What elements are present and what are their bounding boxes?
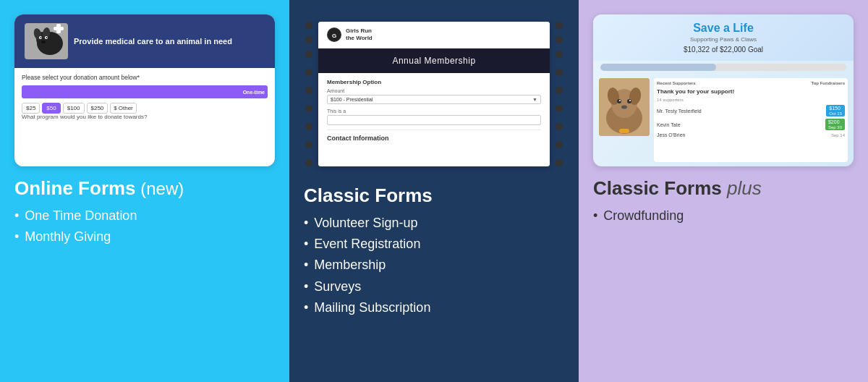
one-time-bar: One-time	[22, 85, 268, 98]
feature-label: Crowdfunding	[603, 208, 684, 224]
supporters-panel: Recent Supporters Top Fundraisers Thank …	[654, 78, 848, 162]
org-name: Girls Run the World	[346, 27, 373, 41]
preview-header: Provide medical care to an animal in nee…	[14, 14, 275, 68]
svg-point-21	[619, 100, 621, 101]
dot	[556, 87, 563, 94]
dot	[556, 22, 563, 29]
classic-feature-list: • Volunteer Sign-up • Event Registration…	[304, 215, 564, 321]
plus-subtitle: Supporting Paws & Claws	[603, 36, 843, 43]
feature-label: One Time Donation	[25, 208, 137, 224]
svg-point-20	[627, 99, 631, 103]
this-is-input[interactable]	[327, 115, 541, 125]
supporter-date: Sep 14	[831, 133, 845, 137]
plus-preview-header: Save a Life Supporting Paws & Claws $10,…	[593, 14, 854, 61]
list-item: • Surveys	[304, 279, 564, 295]
feature-label: Event Registration	[314, 236, 420, 252]
dot	[305, 22, 312, 29]
bullet-icon: •	[14, 208, 19, 224]
supporter-amount: $200 Sep 30	[825, 119, 845, 130]
svg-point-8	[46, 37, 48, 38]
dot	[556, 69, 563, 76]
other-label: Other	[119, 105, 133, 111]
other-input[interactable]: $ Other	[110, 103, 136, 114]
supporter-row: Jess O'Brien Sep 14	[657, 132, 845, 137]
supporter-count: 14 supporters	[657, 98, 845, 102]
amount-input[interactable]: $100 - Presidential ▼	[327, 95, 541, 104]
feature-label: Mailing Subscription	[314, 300, 430, 316]
amount-label: Amount	[327, 88, 541, 93]
donation-bar-container: One-time	[22, 85, 268, 98]
heading-bold: Classic Forms	[304, 184, 433, 206]
amount-50[interactable]: $50	[42, 103, 60, 114]
bullet-icon: •	[304, 236, 308, 252]
supporter-amount: $150 Oct 15	[826, 105, 845, 116]
dot	[305, 159, 312, 166]
preview-subtext: Please select your donation amount below…	[22, 74, 268, 81]
contact-label: Contact Information	[327, 135, 541, 142]
dollar-sign: $	[114, 105, 116, 111]
bullet-icon: •	[304, 279, 308, 295]
supporter-name: Jess O'Brien	[657, 132, 685, 137]
online-forms-preview: Provide medical care to an animal in nee…	[14, 14, 275, 166]
dot	[556, 105, 563, 112]
supporter-name: Mr. Testy Testerfield	[657, 109, 702, 114]
amount-25[interactable]: $25	[22, 103, 40, 114]
thank-you-text: Thank you for your support!	[657, 88, 845, 95]
svg-point-22	[629, 100, 631, 101]
amount-100[interactable]: $100	[63, 103, 85, 114]
dot	[305, 141, 312, 148]
plus-goal: $10,322 of $22,000 Goal	[603, 46, 843, 54]
dot	[305, 87, 312, 94]
bullet-icon: •	[14, 229, 19, 245]
preview-question: What program would you like to donate to…	[22, 114, 268, 120]
classic-forms-column: G Girls Run the World Annual Membership …	[289, 0, 579, 382]
list-item: • Volunteer Sign-up	[304, 215, 564, 232]
dot	[556, 123, 563, 130]
classic-preview-card: G Girls Run the World Annual Membership …	[318, 22, 550, 166]
heading-bold: Classic Forms	[593, 177, 722, 199]
org-logo: G	[327, 27, 341, 42]
svg-point-19	[617, 99, 621, 103]
online-forms-column: Provide medical care to an animal in nee…	[0, 0, 289, 382]
dog-image	[25, 23, 68, 59]
dot	[305, 123, 312, 130]
dot	[305, 105, 312, 112]
plus-title: Save a Life	[603, 22, 843, 35]
plus-feature-list: • Crowdfunding	[593, 208, 854, 229]
list-item: • Membership	[304, 257, 564, 273]
classic-forms-preview-wrapper: G Girls Run the World Annual Membership …	[304, 14, 564, 174]
preview-header-text: Provide medical care to an animal in nee…	[74, 36, 232, 46]
classic-org-header: G Girls Run the World	[318, 22, 550, 48]
dot	[305, 51, 312, 58]
feature-label: Volunteer Sign-up	[314, 215, 417, 232]
list-item: • Event Registration	[304, 236, 564, 252]
membership-option-label: Membership Option	[327, 79, 541, 85]
classic-form-title: Annual Membership	[318, 48, 550, 73]
bullet-icon: •	[304, 215, 308, 232]
supporters-tabs: Recent Supporters Top Fundraisers	[657, 81, 845, 85]
classic-plus-preview: Save a Life Supporting Paws & Claws $10,…	[593, 14, 854, 166]
dot	[556, 36, 563, 43]
supporter-name: Kevin Tate	[657, 122, 681, 127]
bullet-icon: •	[304, 300, 308, 316]
this-is-field: This is a	[327, 109, 541, 125]
heading-new: (new)	[136, 179, 184, 198]
amount-250[interactable]: $250	[87, 103, 109, 114]
classic-form-body: Membership Option Amount $100 - Presiden…	[318, 73, 550, 166]
svg-point-9	[41, 41, 46, 43]
progress-bar-fill	[600, 64, 716, 71]
form-row-amount: Amount $100 - Presidential ▼	[327, 88, 541, 104]
online-feature-list: • One Time Donation • Monthly Giving	[14, 208, 275, 250]
dog-image	[599, 78, 650, 136]
svg-point-23	[621, 106, 627, 109]
top-fundraisers-tab[interactable]: Top Fundraisers	[811, 81, 845, 85]
form-row-this-is: This is a	[327, 109, 541, 125]
supporter-row: Kevin Tate $200 Sep 30	[657, 119, 845, 130]
online-forms-heading: Online Forms (new)	[14, 178, 275, 199]
recent-supporters-tab[interactable]: Recent Supporters	[657, 81, 696, 85]
progress-bar-bg	[600, 64, 846, 71]
supporter-row: Mr. Testy Testerfield $150 Oct 15	[657, 105, 845, 116]
svg-rect-11	[56, 24, 61, 33]
form-divider	[327, 130, 541, 130]
classic-forms-plus-column: Save a Life Supporting Paws & Claws $10,…	[579, 0, 868, 382]
